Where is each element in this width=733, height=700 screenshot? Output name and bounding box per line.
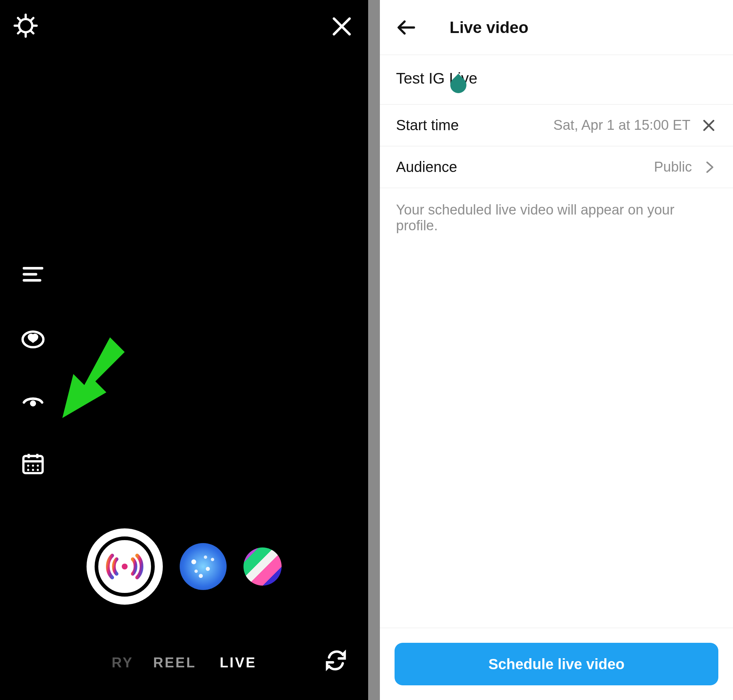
filter-option-1[interactable]	[180, 543, 227, 590]
start-time-label: Start time	[396, 117, 459, 134]
annotation-arrow-icon	[52, 334, 125, 418]
right-header: Live video	[380, 0, 733, 55]
go-live-button[interactable]	[87, 528, 163, 604]
flip-camera-icon[interactable]	[324, 649, 347, 672]
svg-point-4	[27, 465, 29, 467]
mode-tab-reel[interactable]: REEL	[153, 655, 196, 671]
settings-icon[interactable]	[12, 12, 39, 39]
svg-point-0	[19, 19, 32, 32]
audience-label: Audience	[396, 159, 457, 175]
pane-divider	[368, 0, 380, 700]
start-time-value: Sat, Apr 1 at 15:00 ET	[553, 117, 690, 133]
mode-tab-story-partial[interactable]: RY	[112, 655, 133, 671]
audience-row[interactable]: Audience Public	[380, 146, 733, 188]
live-tools-column	[19, 260, 47, 477]
back-arrow-icon[interactable]	[396, 17, 417, 38]
audience-value: Public	[654, 159, 692, 175]
live-title-row[interactable]: Test IG Live	[380, 55, 733, 104]
camera-live-pane: RY REEL LIVE	[0, 0, 368, 700]
svg-point-11	[122, 563, 128, 569]
svg-point-6	[37, 465, 39, 467]
close-icon[interactable]	[330, 15, 353, 38]
footer: Schedule live video	[380, 628, 733, 700]
page-title: Live video	[450, 18, 528, 37]
svg-point-7	[27, 469, 29, 471]
filter-option-2[interactable]	[243, 547, 282, 585]
svg-point-2	[30, 400, 36, 407]
svg-point-5	[32, 465, 34, 467]
schedule-info-text: Your scheduled live video will appear on…	[380, 188, 733, 247]
donate-heart-icon[interactable]	[19, 324, 47, 351]
chevron-right-icon	[702, 160, 717, 175]
schedule-calendar-icon[interactable]	[19, 450, 47, 477]
mode-tab-live[interactable]: LIVE	[220, 655, 256, 671]
svg-point-9	[37, 469, 39, 471]
visibility-eye-icon[interactable]	[19, 387, 47, 414]
svg-point-8	[32, 469, 34, 471]
svg-marker-10	[62, 337, 125, 418]
capture-mode-tabs: RY REEL LIVE	[0, 655, 368, 671]
start-time-row[interactable]: Start time Sat, Apr 1 at 15:00 ET	[380, 104, 733, 146]
schedule-live-pane: Live video Test IG Live Start time Sat, …	[380, 0, 733, 700]
schedule-live-button[interactable]: Schedule live video	[394, 643, 718, 685]
capture-filter-row	[0, 528, 368, 604]
clear-start-time-icon[interactable]	[701, 117, 717, 134]
title-icon[interactable]	[19, 260, 47, 288]
